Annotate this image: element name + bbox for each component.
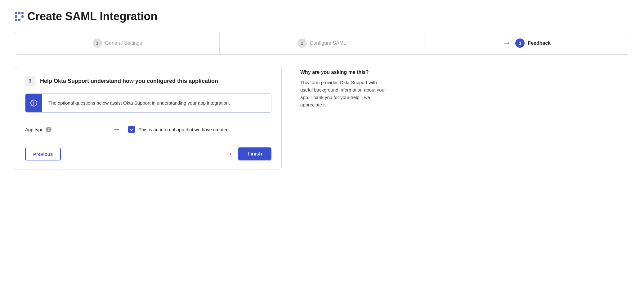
step-2-number: 2 [297, 38, 307, 48]
card-step-badge: 3 [25, 76, 35, 86]
sidebar: Why are you asking me this? This form pr… [300, 67, 387, 109]
sidebar-text: This form provides Okta Support with use… [300, 79, 387, 109]
info-box-accent: i [25, 94, 42, 112]
step-2-label: Configure SAML [310, 40, 346, 46]
step-3-label: Feedback [528, 40, 551, 46]
page-title: Create SAML Integration [27, 10, 157, 23]
main-layout: 3 Help Okta Support understand how you c… [15, 67, 629, 169]
footer-right: → Finish [225, 147, 271, 160]
card-footer: Previous → Finish [25, 147, 271, 160]
app-type-label: App type ? [25, 127, 81, 132]
step-3-arrow: → [502, 38, 511, 48]
help-icon: ? [46, 127, 51, 132]
step-3-number: 3 [515, 38, 525, 48]
step-1-label: General Settings [105, 40, 142, 46]
checkbox-label: This is an internal app that we have cre… [139, 127, 229, 132]
app-type-row: App type ? → This is an internal app tha… [25, 121, 271, 137]
feedback-card: 3 Help Okta Support understand how you c… [15, 67, 282, 169]
finish-arrow: → [225, 149, 233, 159]
info-box: i The optional questions below assist Ok… [25, 93, 271, 113]
step-1: 1 General Settings [15, 32, 220, 54]
internal-app-checkbox[interactable] [128, 126, 135, 133]
sidebar-title: Why are you asking me this? [300, 70, 387, 75]
page-header: Create SAML Integration [15, 10, 629, 23]
info-icon: i [30, 100, 37, 106]
finish-button[interactable]: Finish [238, 147, 271, 160]
step-1-number: 1 [93, 38, 102, 48]
checkbox-arrow: → [112, 124, 121, 134]
card-header: 3 Help Okta Support understand how you c… [25, 76, 271, 86]
step-2: 2 Configure SAML [220, 32, 424, 54]
app-grid-icon [15, 12, 24, 21]
steps-bar: 1 General Settings 2 Configure SAML → 3 … [15, 32, 629, 55]
card-title: Help Okta Support understand how you con… [40, 78, 218, 84]
info-box-text: The optional questions below assist Okta… [42, 94, 236, 112]
previous-button[interactable]: Previous [25, 148, 61, 160]
app-type-options: → This is an internal app that we have c… [112, 124, 229, 134]
step-3: → 3 Feedback [424, 32, 629, 54]
